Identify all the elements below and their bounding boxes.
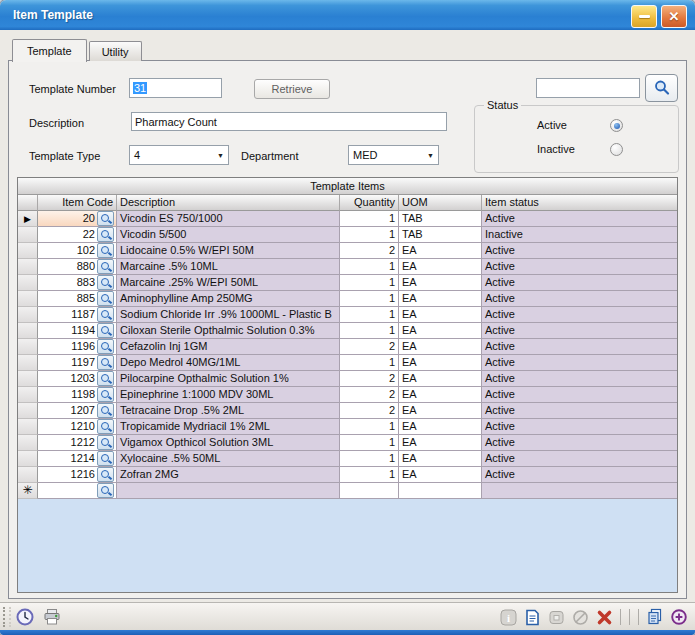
item-code-cell[interactable]: 22 [38,227,117,243]
status-active-radio[interactable] [610,119,623,132]
uom-cell[interactable]: EA [399,307,482,323]
row-selector-cell[interactable] [18,387,38,403]
uom-cell[interactable]: EA [399,435,482,451]
table-row[interactable]: 880 Marcaine .5% 10ML 1 EA Active [18,259,677,275]
item-status-cell[interactable]: Active [482,291,677,307]
uom-cell[interactable] [399,483,482,499]
header-quantity[interactable]: Quantity [340,195,399,211]
quantity-cell[interactable]: 1 [340,275,399,291]
lookup-icon[interactable] [97,467,114,482]
item-status-cell[interactable]: Active [482,371,677,387]
uom-cell[interactable]: EA [399,451,482,467]
description-cell[interactable]: Vicodin 5/500 [117,227,340,243]
uom-cell[interactable]: EA [399,467,482,483]
item-code-cell[interactable]: 1197 [38,355,117,371]
quantity-cell[interactable]: 2 [340,403,399,419]
description-cell[interactable]: Marcaine .25% W/EPI 50ML [117,275,340,291]
uom-cell[interactable]: TAB [399,211,482,227]
item-code-cell[interactable]: 1210 [38,419,117,435]
row-selector-cell[interactable] [18,451,38,467]
item-status-cell[interactable]: Active [482,211,677,227]
table-row[interactable]: 1196 Cefazolin Inj 1GM 2 EA Active [18,339,677,355]
table-row[interactable]: 1216 Zofran 2MG 1 EA Active [18,467,677,483]
lookup-icon[interactable] [97,435,114,450]
lookup-icon[interactable] [97,483,114,498]
row-selector-cell[interactable] [18,227,38,243]
add-record-icon[interactable] [670,608,688,626]
table-row[interactable]: 22 Vicodin 5/500 1 TAB Inactive [18,227,677,243]
lookup-icon[interactable] [97,339,114,354]
clock-icon[interactable] [16,608,34,626]
table-row[interactable]: 1207 Tetracaine Drop .5% 2ML 2 EA Active [18,403,677,419]
copy-icon[interactable] [646,608,664,626]
quantity-cell[interactable]: 1 [340,291,399,307]
row-selector-cell[interactable] [18,339,38,355]
table-row[interactable]: 885 Aminophylline Amp 250MG 1 EA Active [18,291,677,307]
table-row[interactable]: ✳ [18,483,677,499]
row-selector-cell[interactable]: ✳ [18,483,38,499]
description-cell[interactable]: Marcaine .5% 10ML [117,259,340,275]
lookup-icon[interactable] [97,387,114,402]
description-cell[interactable]: Pilocarpine Opthalmic Solution 1% [117,371,340,387]
item-code-cell[interactable]: 1198 [38,387,117,403]
lookup-icon[interactable] [97,243,114,258]
attachment-icon[interactable] [547,608,565,626]
description-cell[interactable]: Depo Medrol 40MG/1ML [117,355,340,371]
quantity-cell[interactable]: 2 [340,243,399,259]
description-cell[interactable]: Vicodin ES 750/1000 [117,211,340,227]
description-input[interactable] [131,112,447,131]
uom-cell[interactable]: EA [399,355,482,371]
item-status-cell[interactable]: Active [482,355,677,371]
uom-cell[interactable]: EA [399,275,482,291]
quantity-cell[interactable]: 1 [340,419,399,435]
tab-utility[interactable]: Utility [89,41,142,61]
quantity-cell[interactable]: 1 [340,211,399,227]
description-cell[interactable]: Zofran 2MG [117,467,340,483]
row-selector-cell[interactable] [18,323,38,339]
lookup-icon[interactable] [97,291,114,306]
toolbar-grip[interactable] [3,607,11,627]
lookup-icon[interactable] [97,419,114,434]
template-type-dropdown[interactable]: 4 ▼ [129,145,229,165]
description-cell[interactable]: Lidocaine 0.5% W/EPI 50M [117,243,340,259]
close-button[interactable]: ✕ [661,5,687,28]
minimize-button[interactable] [631,5,657,28]
table-row[interactable]: 883 Marcaine .25% W/EPI 50ML 1 EA Active [18,275,677,291]
uom-cell[interactable]: EA [399,387,482,403]
lookup-icon[interactable] [97,451,114,466]
quantity-cell[interactable] [340,483,399,499]
lookup-icon[interactable] [97,259,114,274]
item-status-cell[interactable]: Active [482,435,677,451]
item-code-cell[interactable]: 1214 [38,451,117,467]
row-selector-cell[interactable] [18,259,38,275]
quantity-cell[interactable]: 1 [340,355,399,371]
item-code-cell[interactable] [38,483,117,499]
uom-cell[interactable]: EA [399,403,482,419]
uom-cell[interactable]: EA [399,243,482,259]
description-cell[interactable]: Sodium Chloride Irr .9% 1000ML - Plastic… [117,307,340,323]
block-icon[interactable] [571,608,589,626]
retrieve-button[interactable]: Retrieve [254,79,330,99]
item-code-cell[interactable]: 885 [38,291,117,307]
quantity-cell[interactable]: 1 [340,227,399,243]
template-number-input[interactable]: 31 [129,78,222,98]
row-selector-cell[interactable] [18,371,38,387]
item-status-cell[interactable]: Active [482,387,677,403]
header-item-status[interactable]: Item status [482,195,677,211]
delete-icon[interactable] [595,608,613,626]
item-status-cell[interactable]: Active [482,403,677,419]
item-code-cell[interactable]: 1203 [38,371,117,387]
row-selector-cell[interactable] [18,419,38,435]
table-row[interactable]: 1198 Epinephrine 1:1000 MDV 30ML 2 EA Ac… [18,387,677,403]
description-cell[interactable] [117,483,340,499]
item-code-cell[interactable]: 1196 [38,339,117,355]
description-cell[interactable]: Xylocaine .5% 50ML [117,451,340,467]
table-row[interactable]: 102 Lidocaine 0.5% W/EPI 50M 2 EA Active [18,243,677,259]
uom-cell[interactable]: EA [399,419,482,435]
row-selector-cell[interactable] [18,291,38,307]
item-code-cell[interactable]: 1216 [38,467,117,483]
quantity-cell[interactable]: 1 [340,323,399,339]
row-selector-cell[interactable] [18,435,38,451]
quantity-cell[interactable]: 2 [340,387,399,403]
description-cell[interactable]: Ciloxan Sterile Opthalmic Solution 0.3% [117,323,340,339]
